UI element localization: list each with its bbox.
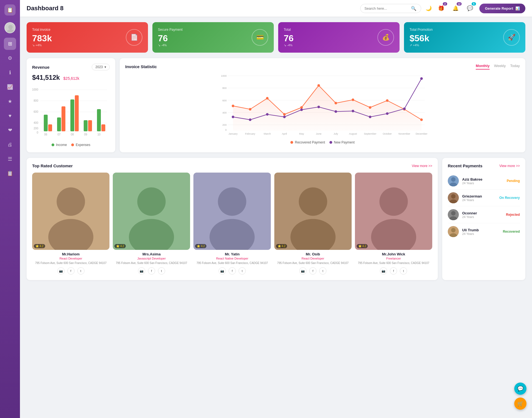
- svg-text:200: 200: [34, 127, 38, 130]
- info-icon[interactable]: ℹ: [4, 66, 16, 79]
- twitter-icon-hariom[interactable]: t: [77, 267, 85, 275]
- facebook-icon-osib[interactable]: f: [309, 267, 316, 275]
- customer-item-johnwick: ⭐ 4.2 Mr.John Wick Freelancer 795 Folsom…: [355, 173, 432, 275]
- customers-title: Top Rated Customer: [32, 163, 73, 168]
- svg-point-49: [386, 99, 388, 102]
- facebook-icon-asima[interactable]: f: [148, 267, 155, 275]
- svg-point-0: [8, 25, 13, 29]
- customer-role-johnwick: Freelancer: [355, 257, 432, 260]
- tab-today[interactable]: Today: [510, 64, 520, 70]
- payments-title: Recent Payments: [448, 163, 482, 168]
- gift-notification-btn[interactable]: 🎁 2: [436, 3, 446, 13]
- customers-view-more[interactable]: View more >>: [412, 164, 432, 168]
- svg-point-80: [137, 188, 166, 216]
- svg-text:400: 400: [222, 111, 226, 114]
- payment-age-griezerman: 24 Years: [462, 198, 496, 202]
- recovered-payment-dot: [290, 141, 293, 144]
- payments-view-more[interactable]: View more >>: [499, 164, 520, 168]
- revenue-bar-chart: 1000 800 600 400 200 0: [32, 84, 110, 141]
- svg-text:July: July: [334, 132, 338, 135]
- instagram-icon-yatin[interactable]: 📷: [219, 267, 226, 275]
- stat-icon-total: 💰: [377, 29, 394, 46]
- customer-name-asima: Mrs.Asima: [113, 252, 190, 256]
- svg-rect-15: [57, 117, 61, 131]
- instagram-icon-hariom[interactable]: 📷: [57, 267, 65, 275]
- payment-status-griezerman: On Recovery: [499, 196, 520, 200]
- income-label: Income: [56, 143, 67, 147]
- heart-outline-icon[interactable]: ❤: [4, 124, 16, 136]
- search-input[interactable]: [364, 6, 409, 11]
- twitter-icon-yatin[interactable]: t: [239, 267, 246, 275]
- svg-point-48: [369, 106, 371, 109]
- charts-row: Revenue 2023 ▾ $41,512k $25,612k: [27, 58, 525, 152]
- search-icon[interactable]: 🔍: [411, 6, 416, 11]
- customer-role-hariom: React Developer: [32, 257, 109, 260]
- expenses-label: Expenses: [76, 143, 90, 147]
- revenue-amounts: $41,512k $25,612k: [32, 74, 110, 81]
- generate-report-button[interactable]: Generate Report 📊: [479, 4, 525, 13]
- gift-badge: 2: [443, 2, 447, 6]
- instagram-icon-osib[interactable]: 📷: [299, 267, 306, 275]
- invoice-line-chart: 1000 800 600 400 200 0: [125, 71, 520, 138]
- svg-point-43: [283, 113, 286, 116]
- svg-rect-14: [48, 124, 52, 131]
- search-box[interactable]: 🔍: [360, 4, 421, 13]
- stat-icon-secure: 💳: [252, 29, 268, 46]
- svg-point-1: [7, 29, 14, 33]
- stat-card-promotion: Total Promotion $56k ↗ +4% 🚀: [404, 22, 525, 53]
- facebook-icon-hariom[interactable]: f: [67, 267, 75, 275]
- customer-address-asima: 795 Folsom Ave, Suite 600 San Francisco,…: [113, 261, 190, 265]
- customer-photo-hariom: ⭐ 4.2: [32, 173, 109, 250]
- svg-point-44: [300, 106, 303, 109]
- facebook-icon-yatin[interactable]: f: [229, 267, 236, 275]
- list-icon[interactable]: 📋: [4, 167, 16, 179]
- settings-icon[interactable]: ⚙: [4, 52, 16, 64]
- tab-monthly[interactable]: Monthly: [476, 64, 490, 70]
- legend-new-payment: New Payment: [329, 140, 355, 144]
- payment-status-oconner: Rejected: [506, 213, 520, 217]
- analytics-icon[interactable]: 📈: [4, 81, 16, 93]
- svg-text:January: January: [229, 132, 238, 135]
- dashboard-icon[interactable]: ⊞: [4, 38, 16, 50]
- stat-card-secure-payment: Secure Payment 76 ↘ -4% 💳: [152, 22, 274, 53]
- sidebar-logo[interactable]: 📋: [4, 4, 16, 16]
- payment-name-ulitrumb: Uli Trumb: [462, 228, 500, 232]
- instagram-icon-asima[interactable]: 📷: [138, 267, 145, 275]
- revenue-chart-header: Revenue 2023 ▾: [32, 64, 110, 70]
- print-icon[interactable]: 🖨: [4, 139, 16, 151]
- invoice-tabs: Monthly Weekly Today: [476, 64, 520, 70]
- new-payment-label: New Payment: [334, 140, 355, 144]
- sidebar-avatar[interactable]: [4, 22, 16, 33]
- chat-float-btn[interactable]: 💬: [514, 383, 526, 395]
- stat-change-secure: ↘ -4%: [158, 43, 183, 47]
- expenses-dot: [71, 143, 74, 146]
- star-icon[interactable]: ★: [4, 95, 16, 107]
- svg-text:08: 08: [71, 133, 74, 136]
- bell-notification-btn[interactable]: 🔔 12: [451, 3, 461, 13]
- stat-value-secure: 76: [158, 33, 183, 43]
- income-dot: [52, 143, 54, 146]
- tab-weekly[interactable]: Weekly: [494, 64, 506, 70]
- svg-text:April: April: [282, 132, 287, 135]
- dark-mode-icon[interactable]: 🌙: [426, 5, 432, 11]
- twitter-icon-johnwick[interactable]: t: [400, 267, 407, 275]
- message-notification-btn[interactable]: 💬 5: [465, 3, 475, 13]
- cart-float-btn[interactable]: 🛒: [514, 398, 526, 410]
- twitter-icon-osib[interactable]: t: [319, 267, 326, 275]
- customer-item-asima: ⭐ 4.2 Mrs.Asima Javascript Developer 795…: [113, 173, 190, 275]
- customer-address-hariom: 795 Folsom Ave, Suite 600 San Francisco,…: [32, 261, 109, 265]
- year-select[interactable]: 2023 ▾: [92, 64, 110, 70]
- social-icons-hariom: 📷 f t: [32, 267, 109, 275]
- svg-text:0: 0: [225, 129, 227, 131]
- payment-age-aziz: 24 Years: [462, 181, 503, 185]
- facebook-icon-johnwick[interactable]: f: [390, 267, 397, 275]
- customer-item-osib: ⭐ 4.2 Mr. Osib React Developer 795 Folso…: [274, 173, 352, 275]
- social-icons-yatin: 📷 f t: [193, 267, 271, 275]
- bell-icon: 🔔: [452, 5, 459, 11]
- sidebar: 📋 ⊞ ⚙ ℹ 📈 ★ ♥ ❤ 🖨 ☰ 📋: [0, 0, 20, 418]
- payment-status-ulitrumb: Recovered: [503, 230, 520, 234]
- menu-icon[interactable]: ☰: [4, 153, 16, 165]
- heart-filled-icon[interactable]: ♥: [4, 110, 16, 122]
- twitter-icon-asima[interactable]: t: [158, 267, 165, 275]
- instagram-icon-johnwick[interactable]: 📷: [380, 267, 387, 275]
